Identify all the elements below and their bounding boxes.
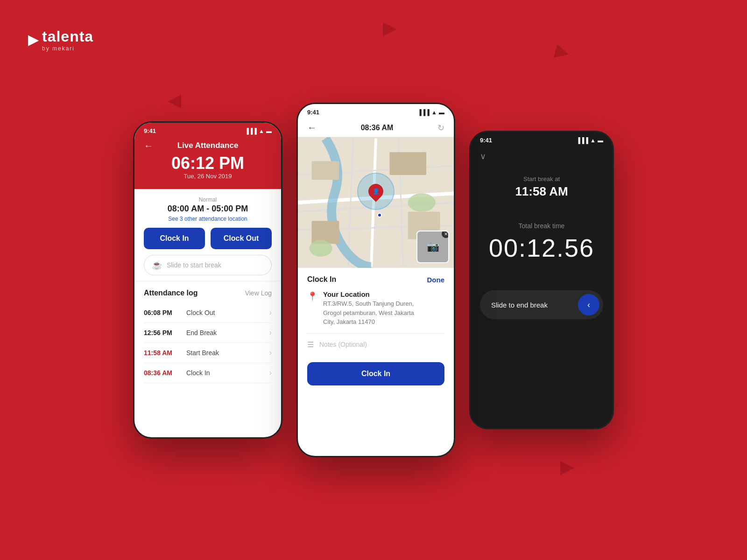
phone1-header: ← Live Attendance 06:12 PM Tue, 26 Nov 2… xyxy=(134,137,281,189)
phone1-page-title: Live Attendance xyxy=(177,141,239,150)
pin-marker: 👤 xyxy=(365,181,386,202)
phone1-status-time: 9:41 xyxy=(144,127,156,134)
phone-break-timer: 9:41 ▐▐▐ ▲ ▬ ∨ Start break at 11:58 AM T… xyxy=(469,131,614,429)
slide-end-break-button[interactable]: ‹ xyxy=(578,294,599,315)
phone-live-attendance: 9:41 ▐▐▐ ▲ ▬ ← Live Attendance 06:12 PM … xyxy=(133,121,282,439)
logo-arrow-icon: ▶ xyxy=(28,32,38,48)
svg-rect-9 xyxy=(389,152,426,175)
phone2-map-header: ← 08:36 AM ↻ xyxy=(298,119,454,137)
total-break-label: Total break time xyxy=(471,222,613,230)
log-item[interactable]: 08:36 AM Clock In › xyxy=(144,363,272,383)
log-item-chevron-icon: › xyxy=(269,349,272,357)
back-button[interactable]: ← xyxy=(144,140,153,151)
notes-placeholder[interactable]: Notes (Optional) xyxy=(319,341,367,348)
break-start-label: Start break at xyxy=(471,175,613,182)
selfie-thumbnail[interactable]: ✕ 📷 xyxy=(416,231,449,263)
log-header: Attendance log View Log xyxy=(144,289,272,297)
slide-break-control[interactable]: ☕ Slide to start break xyxy=(144,255,272,275)
shift-hours: 08:00 AM - 05:00 PM xyxy=(144,204,272,214)
deco-arrow-1: ▶ xyxy=(383,19,396,38)
log-item[interactable]: 06:08 PM Clock Out › xyxy=(144,303,272,323)
shift-label: Normal xyxy=(144,196,272,203)
logo-text-group: talenta by mekari xyxy=(42,28,93,52)
battery-icon-3: ▬ xyxy=(598,137,603,144)
clock-in-submit-button[interactable]: Clock In xyxy=(307,362,444,385)
phone3-header: ∨ xyxy=(471,147,613,161)
break-icon: ☕ xyxy=(152,260,162,270)
battery-icon: ▬ xyxy=(266,128,272,134)
phone2-map-time: 08:36 AM xyxy=(361,124,394,132)
log-item-time: 06:08 PM xyxy=(144,309,179,316)
log-item-chevron-icon: › xyxy=(269,369,272,377)
log-item-action: Clock In xyxy=(186,369,262,377)
chevron-left-icon: ‹ xyxy=(587,300,590,310)
signal-icon-3: ▐▐▐ xyxy=(577,137,589,144)
attendance-log-section: Attendance log View Log 06:08 PM Clock O… xyxy=(134,281,281,391)
phone1-nav: ← Live Attendance xyxy=(144,141,272,150)
done-button[interactable]: Done xyxy=(427,276,445,284)
phone2-status-icons: ▐▐▐ ▲ ▬ xyxy=(418,109,444,116)
view-log-button[interactable]: View Log xyxy=(245,289,272,297)
slide-break-text: Slide to start break xyxy=(167,261,221,269)
phone2-bottom-sheet: Clock In Done 📍 Your Location RT.3/RW.5,… xyxy=(298,268,454,393)
log-title: Attendance log xyxy=(144,289,198,297)
log-items-list: 06:08 PM Clock Out › 12:56 PM End Break … xyxy=(144,303,272,383)
log-item-action: Clock Out xyxy=(186,309,262,316)
log-item-chevron-icon: › xyxy=(269,308,272,317)
log-item-time: 12:56 PM xyxy=(144,329,179,336)
phone3-status-icons: ▐▐▐ ▲ ▬ xyxy=(577,137,603,144)
svg-point-13 xyxy=(310,240,332,257)
phone1-current-time: 06:12 PM xyxy=(144,154,272,173)
deco-arrow-7: ▶ xyxy=(560,457,573,477)
slide-end-break-text: Slide to end break xyxy=(491,301,548,309)
pin-avatar-icon: 👤 xyxy=(373,188,380,195)
map-view: 👤 ✕ 📷 xyxy=(298,137,454,268)
pin-radius-circle: 👤 xyxy=(357,173,395,210)
signal-icon-2: ▐▐▐ xyxy=(418,109,430,116)
slide-end-break-control[interactable]: Slide to end break ‹ xyxy=(480,290,603,319)
phone1-status-bar: 9:41 ▐▐▐ ▲ ▬ xyxy=(134,123,281,137)
wifi-icon-3: ▲ xyxy=(590,137,596,144)
log-item-chevron-icon: › xyxy=(269,329,272,337)
log-item-action: End Break xyxy=(186,329,262,336)
wifi-icon: ▲ xyxy=(259,128,264,134)
location-info-row: 📍 Your Location RT.3/RW.5, South Tanjung… xyxy=(307,290,444,334)
phone3-status-time: 9:41 xyxy=(480,137,492,144)
break-timer-display: 00:12.56 xyxy=(471,233,613,262)
phone1-status-icons: ▐▐▐ ▲ ▬ xyxy=(245,128,272,134)
break-start-time: 11:58 AM xyxy=(471,184,613,199)
clock-buttons-row: Clock In Clock Out xyxy=(144,228,272,249)
logo-sub: by mekari xyxy=(42,45,93,52)
phone1-current-date: Tue, 26 Nov 2019 xyxy=(144,173,272,180)
location-icon: 📍 xyxy=(307,291,317,301)
svg-point-12 xyxy=(408,193,436,211)
log-item-time: 11:58 AM xyxy=(144,349,179,357)
phones-container: 9:41 ▐▐▐ ▲ ▬ ← Live Attendance 06:12 PM … xyxy=(133,103,614,457)
log-item[interactable]: 12:56 PM End Break › xyxy=(144,323,272,343)
shift-location-link[interactable]: See 3 other attendance location xyxy=(144,216,272,222)
chevron-down-icon[interactable]: ∨ xyxy=(480,152,486,161)
location-name: Your Location xyxy=(323,290,414,298)
location-details: Your Location RT.3/RW.5, South Tanjung D… xyxy=(323,290,414,327)
location-address: RT.3/RW.5, South Tanjung Duren,Grogol pe… xyxy=(323,299,414,327)
refresh-icon[interactable]: ↻ xyxy=(437,123,444,133)
clock-in-sheet-title: Clock In xyxy=(307,275,336,284)
log-item-action: Start Break xyxy=(186,349,262,357)
location-pin: 👤 xyxy=(357,173,395,210)
log-item-time: 08:36 AM xyxy=(144,369,179,377)
phone-map-clock-in: 9:41 ▐▐▐ ▲ ▬ ← 08:36 AM ↻ xyxy=(296,103,455,457)
clock-in-sheet-header: Clock In Done xyxy=(307,275,444,284)
signal-icon: ▐▐▐ xyxy=(245,128,257,134)
selfie-close-button[interactable]: ✕ xyxy=(442,231,449,238)
notes-icon: ☰ xyxy=(307,340,314,349)
logo: ▶ talenta by mekari xyxy=(28,28,93,52)
battery-icon-2: ▬ xyxy=(439,109,444,116)
log-item[interactable]: 11:58 AM Start Break › xyxy=(144,343,272,363)
clock-out-button[interactable]: Clock Out xyxy=(211,228,272,249)
phone2-status-bar: 9:41 ▐▐▐ ▲ ▬ xyxy=(298,104,454,119)
svg-rect-11 xyxy=(311,221,339,244)
phone3-status-bar: 9:41 ▐▐▐ ▲ ▬ xyxy=(471,132,613,147)
clock-in-button[interactable]: Clock In xyxy=(144,228,205,249)
phone2-back-button[interactable]: ← xyxy=(307,122,317,133)
deco-arrow-2: ▶ xyxy=(553,41,571,63)
